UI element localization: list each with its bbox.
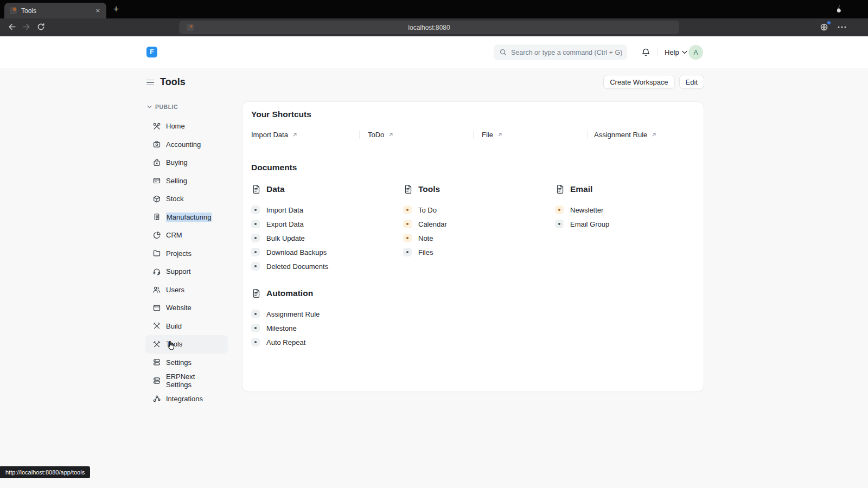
avatar[interactable]: A [688,45,703,60]
doc-link-label: Files [418,248,433,256]
sidebar-item-erpnext-settings[interactable]: ERPNext Settings [145,371,228,390]
bullet-icon [251,234,260,242]
doc-link-auto-repeat[interactable]: Auto Repeat [251,335,403,349]
sidebar-item-users[interactable]: Users [145,281,228,299]
sidebar-item-website[interactable]: Website [145,299,228,317]
address-bar[interactable]: localhost:8080 [179,21,679,34]
doc-link-label: Note [418,234,433,242]
doc-link-label: Auto Repeat [266,338,305,346]
shortcut-file[interactable]: File [482,131,503,139]
file-text-icon [251,288,261,298]
sidebar-item-crm[interactable]: CRM [145,226,228,245]
sidebar-item-manufacturing[interactable]: Manufacturing [145,208,228,227]
doc-link-milestone[interactable]: Milestone [251,321,403,335]
sidebar-item-selling[interactable]: Selling [145,172,228,190]
sidebar-item-label: Manufacturing [166,213,212,222]
doc-link-import-data[interactable]: Import Data [251,203,403,217]
doc-link-export-data[interactable]: Export Data [251,217,403,231]
shortcut-label: Import Data [251,131,288,139]
sidebar-section-public[interactable]: PUBLIC [145,103,228,111]
global-search[interactable] [494,44,627,60]
sidebar-toggle-icon[interactable] [146,79,154,86]
help-menu[interactable]: Help [665,48,687,56]
sidebar-item-label: Integrations [166,395,203,403]
status-bar-url: http://localhost:8080/app/tools [0,466,90,478]
doc-link-newsletter[interactable]: Newsletter [555,203,695,217]
sidebar-item-label: Settings [166,358,192,367]
bullet-icon [251,248,260,256]
global-search-input[interactable] [511,49,622,56]
doc-link-label: Bulk Update [266,234,305,242]
doc-link-download-backups[interactable]: Download Backups [251,245,403,259]
doc-link-bulk-update[interactable]: Bulk Update [251,231,403,245]
sidebar-item-label: Users [166,286,184,294]
doc-link-label: To Do [418,206,437,214]
hammer-icon [152,322,161,330]
section-automation: Automation Assignment Rule Milestone Aut… [251,287,403,349]
sidebar-item-support[interactable]: Support [145,262,228,281]
sidebar-item-label: Buying [166,158,188,166]
bullet-icon [403,234,412,242]
frappe-logo[interactable]: F [146,47,157,57]
new-tab-button[interactable]: + [109,2,123,16]
bullet-icon [251,206,260,214]
doc-link-assignment-rule[interactable]: Assignment Rule [251,307,403,321]
section-tools: Tools To Do Calendar Note Files [403,183,555,273]
file-text-icon [403,184,413,194]
bullet-icon [555,206,564,214]
shortcut-todo[interactable]: ToDo [368,131,394,139]
forward-button[interactable] [22,22,31,31]
back-button[interactable] [8,22,17,31]
flame-icon[interactable] [835,4,844,14]
shortcut-assignment-rule[interactable]: Assignment Rule [594,131,657,139]
sidebar-item-projects[interactable]: Projects [145,245,228,263]
sidebar-item-label: Projects [166,249,192,258]
sidebar-item-stock[interactable]: Stock [145,190,228,208]
doc-link-calendar[interactable]: Calendar [403,217,555,231]
doc-link-label: Import Data [266,206,303,214]
sidebar-item-settings[interactable]: Settings [145,354,228,372]
bullet-icon [403,206,412,214]
edit-button[interactable]: Edit [679,75,704,89]
doc-link-email-group[interactable]: Email Group [555,217,695,231]
sidebar-item-label: Home [166,122,185,130]
create-workspace-button[interactable]: Create Workspace [603,75,674,89]
doc-link-label: Milestone [266,324,297,332]
bullet-icon [403,220,412,228]
tab-close-icon[interactable]: × [94,7,101,15]
notifications-bell-icon[interactable] [641,48,650,57]
section-title: Data [266,184,285,194]
doc-link-note[interactable]: Note [403,231,555,245]
browser-window-icon [152,304,161,312]
sidebar-item-integrations[interactable]: Integrations [145,390,228,408]
sidebar-section-label: PUBLIC [155,104,178,110]
help-label: Help [665,48,679,56]
section-data: Data Import Data Export Data Bulk Update… [251,183,403,273]
workspace-sidebar: PUBLIC Home Accounting Buying Selling St… [145,103,228,408]
sidebar-item-build[interactable]: Build [145,317,228,336]
arrow-up-right-icon [388,132,394,138]
sidebar-item-buying[interactable]: Buying [145,153,228,172]
page-title: Tools [160,76,186,88]
share-icon [152,394,161,403]
doc-link-files[interactable]: Files [403,245,555,259]
favicon [10,7,17,14]
browser-tab-bar: Tools × + [0,0,868,18]
doc-link-label: Download Backups [266,248,327,256]
shortcut-import-data[interactable]: Import Data [251,131,298,139]
sidebar-item-label: Selling [166,177,187,185]
doc-link-deleted-documents[interactable]: Deleted Documents [251,259,403,273]
doc-link-to-do[interactable]: To Do [403,203,555,217]
section-title: Tools [418,184,440,194]
browser-tab[interactable]: Tools × [4,3,106,18]
sidebar-item-accounting[interactable]: Accounting [145,136,228,154]
doc-link-label: Export Data [266,220,304,228]
browser-menu-icon[interactable] [838,26,846,28]
reload-button[interactable] [36,22,46,31]
section-title: Automation [266,288,313,298]
sidebar-item-tools[interactable]: Tools [145,335,228,354]
sidebar-item-label: Stock [166,195,184,203]
doc-link-label: Calendar [418,220,447,228]
sidebar-item-home[interactable]: Home [145,117,228,136]
app-header: F Help A [0,36,868,68]
